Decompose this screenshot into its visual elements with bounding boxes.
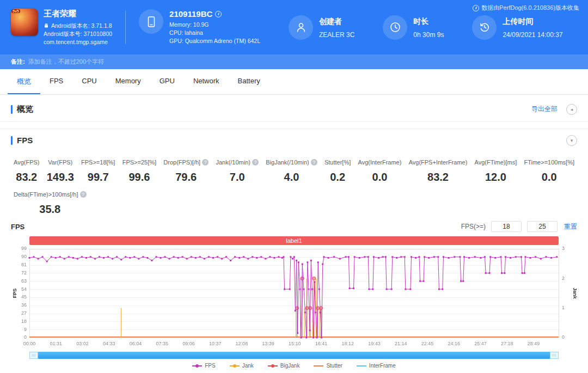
device-info-icon[interactable]: [215, 11, 222, 17]
metric-value: 83.2: [14, 171, 39, 184]
help-icon[interactable]: [202, 159, 209, 166]
metrics-row: Avg(FPS)83.2Var(FPS)149.3FPS>=18[%]99.7F…: [0, 151, 588, 184]
metric-Avg(FPS): Avg(FPS)83.2: [14, 159, 39, 184]
fps-threshold-input-1[interactable]: [491, 221, 522, 232]
tab-概览[interactable]: 概览: [8, 69, 40, 94]
device-lines: Memory: 10.9GCPU: lahainaGPU: Qualcomm A…: [169, 21, 260, 45]
metric-Drop(FPS)[/h]: Drop(FPS)[/h]79.6: [163, 159, 209, 184]
history-clock-icon: [472, 15, 497, 40]
notes-input[interactable]: 添加备注，不超过200个字符: [28, 58, 104, 66]
duration-label: 时长: [413, 17, 444, 27]
metric-FPS>=18[%]: FPS>=18[%]99.7: [81, 159, 115, 184]
metric-FPS>=25[%]: FPS>=25[%]99.6: [122, 159, 156, 184]
metric-Stutter[%]: Stutter[%]0.2: [324, 159, 351, 184]
upload-label: 上传时间: [503, 17, 562, 27]
tab-Network[interactable]: Network: [184, 69, 229, 94]
metric-value: 0.0: [524, 171, 574, 184]
fps-section-header: FPS: [0, 129, 588, 151]
legend-fps[interactable]: FPS: [192, 363, 215, 369]
legend-bigjank[interactable]: BigJank: [268, 363, 300, 369]
chart-title: FPS: [11, 223, 24, 231]
game-app-icon: 5v5: [11, 9, 38, 36]
creator-label: 创建者: [319, 17, 354, 27]
device-detail-line: GPU: Qualcomm Adreno (TM) 642L: [169, 37, 260, 45]
section-accent-bar: [11, 136, 13, 145]
tab-FPS[interactable]: FPS: [40, 69, 72, 94]
fps-section-title: FPS: [17, 136, 33, 145]
metric-value: 83.2: [409, 171, 468, 184]
metric-value: 0.2: [324, 171, 351, 184]
duration-value: 0h 30m 9s: [413, 31, 444, 39]
version-note: 数据由PerfDog(6.0.210836)版本收集: [470, 4, 579, 12]
version-info-icon: [473, 5, 479, 11]
creator-block: 创建者 ZEALER 3C: [289, 15, 354, 40]
metric-value: 12.0: [475, 171, 517, 184]
metric-value: 4.0: [266, 171, 317, 184]
scrollbar-right-handle[interactable]: [550, 352, 559, 359]
tab-GPU[interactable]: GPU: [150, 69, 184, 94]
metric-value: 35.8: [14, 203, 87, 216]
overview-section-header: 概览 导出全部: [0, 97, 588, 122]
app-meta-line: Android版本名: 3.71.1.8: [44, 22, 112, 30]
header-divider: [125, 10, 126, 44]
clock-icon: [383, 15, 407, 40]
device-block: 2109119BC Memory: 10.9GCPU: lahainaGPU: …: [139, 9, 260, 45]
device-detail-line: Memory: 10.9G: [169, 21, 260, 29]
metric-BigJank(/10min): BigJank(/10min)4.0: [266, 159, 317, 184]
phone-icon: [139, 9, 163, 34]
fps-threshold-label: FPS(>=): [461, 223, 486, 230]
fps-threshold-input-2[interactable]: [527, 221, 558, 232]
metric-value: 149.3: [47, 171, 74, 184]
app-icon-badge: 5v5: [11, 9, 20, 13]
metric-Jank(/10min): Jank(/10min)7.0: [216, 159, 259, 184]
legend-jank[interactable]: Jank: [230, 363, 254, 369]
metric-Avg(FTime)[ms]: Avg(FTime)[ms]12.0: [475, 159, 517, 184]
metric-value: 99.6: [122, 171, 156, 184]
metric-Var(FPS): Var(FPS)149.3: [47, 159, 74, 184]
metric-Avg(InterFrame): Avg(InterFrame)0.0: [358, 159, 402, 184]
duration-block: 时长 0h 30m 9s: [383, 15, 444, 40]
metric-value: 0.0: [358, 171, 402, 184]
metric-Avg(FPS+InterFrame): Avg(FPS+InterFrame)83.2: [409, 159, 468, 184]
collapse-panel-button[interactable]: [566, 104, 577, 115]
chart-scrollbar[interactable]: [29, 352, 559, 359]
fps-chart-block: FPS FPS(>=) 重置 label1 FPSJankBigJankStut…: [0, 221, 588, 369]
collapse-fps-button[interactable]: [566, 135, 577, 146]
app-title: 王者荣耀: [44, 9, 112, 19]
notes-bar: 备注: 添加备注，不超过200个字符: [0, 54, 588, 69]
app-meta-line: Android版本号: 371010800: [44, 30, 112, 38]
reset-link[interactable]: 重置: [564, 222, 577, 231]
app-header: 5v5 王者荣耀 Android版本名: 3.71.1.8Android版本号:…: [0, 0, 588, 54]
metric-value: 79.6: [163, 171, 209, 184]
tab-bar: 概览FPSCPUMemoryGPUNetworkBattery: [0, 69, 588, 95]
section-accent-bar: [11, 105, 13, 114]
app-meta-lines: Android版本名: 3.71.1.8Android版本号: 37101080…: [44, 22, 112, 46]
notes-label: 备注:: [11, 58, 25, 66]
app-meta-line: com.tencent.tmgp.sgame: [44, 38, 112, 46]
legend-interframe[interactable]: InterFrame: [357, 363, 396, 369]
tab-Battery[interactable]: Battery: [229, 69, 270, 94]
fps-line-chart[interactable]: [11, 246, 577, 351]
app-info-block: 5v5 王者荣耀 Android版本名: 3.71.1.8Android版本号:…: [11, 9, 112, 46]
chart-label-banner: label1: [29, 236, 559, 245]
help-icon[interactable]: [252, 159, 259, 166]
scrollbar-track[interactable]: [38, 352, 550, 359]
chart-legend: FPSJankBigJankStutterInterFrame: [11, 363, 577, 369]
creator-value: ZEALER 3C: [319, 31, 354, 39]
tab-CPU[interactable]: CPU: [72, 69, 106, 94]
help-icon[interactable]: [80, 191, 87, 198]
metric-FTime>=100ms[%]: FTime>=100ms[%]0.0: [524, 159, 574, 184]
legend-stutter[interactable]: Stutter: [314, 363, 342, 369]
metric-value: 99.7: [81, 171, 115, 184]
device-name: 2109119BC: [169, 9, 212, 19]
metrics-row2: Delta(FTime)>100ms[/h]35.8: [0, 184, 588, 216]
device-detail-line: CPU: lahaina: [169, 29, 260, 37]
overview-title: 概览: [17, 104, 33, 114]
upload-time-block: 上传时间 24/09/2021 14:00:37: [472, 15, 562, 40]
upload-value: 24/09/2021 14:00:37: [503, 31, 562, 39]
scrollbar-left-handle[interactable]: [29, 352, 38, 359]
tab-Memory[interactable]: Memory: [106, 69, 150, 94]
metric-Delta(FTime)>100ms[/h]: Delta(FTime)>100ms[/h]35.8: [14, 191, 87, 216]
help-icon[interactable]: [311, 159, 317, 166]
export-all-link[interactable]: 导出全部: [531, 105, 558, 114]
